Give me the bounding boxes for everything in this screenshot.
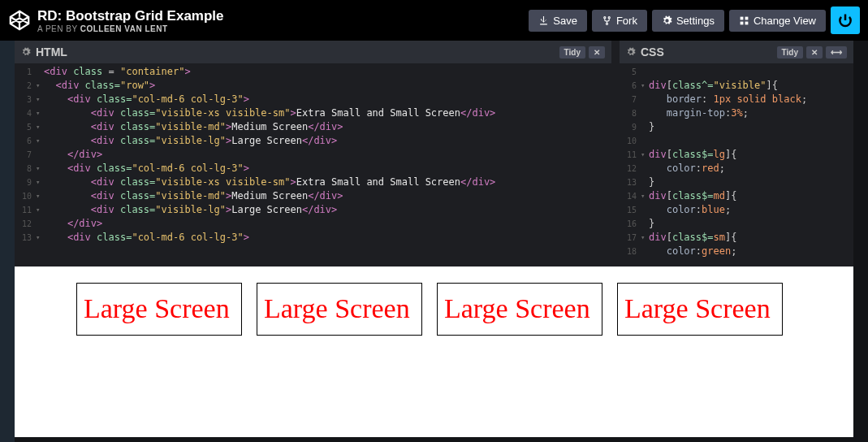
css-tidy-button[interactable]: Tidy: [777, 46, 803, 58]
css-close-button[interactable]: ✕: [806, 46, 823, 58]
pen-byline: A PEN BY Colleen van Lent: [37, 24, 224, 33]
os-edge-strip: [0, 41, 15, 442]
css-pane-header: CSS Tidy ✕ ⟷: [620, 41, 853, 63]
title-block: RD: Bootstrap Grid Example A PEN BY Coll…: [37, 8, 224, 33]
preview-card: Large Screen: [617, 283, 783, 336]
html-tidy-button[interactable]: Tidy: [559, 46, 585, 58]
gear-icon[interactable]: [626, 47, 636, 57]
preview-card-text: Large Screen: [624, 292, 779, 327]
gear-icon[interactable]: [21, 47, 31, 57]
settings-button[interactable]: Settings: [652, 10, 724, 32]
svg-rect-3: [745, 21, 748, 24]
css-pane: CSS Tidy ✕ ⟷ 56▾div[class^="visible"]{7 …: [620, 41, 853, 266]
html-close-button[interactable]: ✕: [589, 46, 605, 58]
author-link[interactable]: Colleen van Lent: [80, 24, 168, 33]
power-button[interactable]: [831, 6, 860, 34]
preview-card: Large Screen: [257, 283, 422, 336]
top-header: RD: Bootstrap Grid Example A PEN BY Coll…: [0, 0, 868, 41]
fork-button[interactable]: Fork: [592, 10, 647, 32]
preview-card-text: Large Screen: [84, 292, 238, 327]
codepen-logo-icon: [8, 9, 31, 32]
html-pane-label: HTML: [36, 46, 67, 58]
preview-card: Large Screen: [437, 283, 602, 336]
css-editor[interactable]: 56▾div[class^="visible"]{7 border: 1px s…: [620, 63, 853, 266]
html-pane-header: HTML Tidy ✕: [15, 41, 611, 63]
change-view-button[interactable]: Change View: [729, 10, 826, 32]
svg-rect-1: [745, 16, 748, 20]
svg-rect-2: [741, 21, 744, 24]
preview-card: Large Screen: [76, 283, 242, 336]
preview-card-text: Large Screen: [264, 292, 418, 327]
save-button[interactable]: Save: [529, 10, 587, 32]
editors-row: HTML Tidy ✕ 1<div class = "container">2▾…: [15, 41, 853, 266]
html-pane: HTML Tidy ✕ 1<div class = "container">2▾…: [15, 41, 611, 266]
css-pane-label: CSS: [641, 46, 664, 58]
pen-title: RD: Bootstrap Grid Example: [37, 8, 224, 24]
css-extra-button[interactable]: ⟷: [826, 46, 847, 58]
html-editor[interactable]: 1<div class = "container">2▾ <div class=…: [15, 63, 611, 266]
preview-card-text: Large Screen: [444, 292, 598, 327]
preview-frame: Large ScreenLarge ScreenLarge ScreenLarg…: [15, 266, 853, 437]
svg-rect-0: [741, 16, 744, 20]
